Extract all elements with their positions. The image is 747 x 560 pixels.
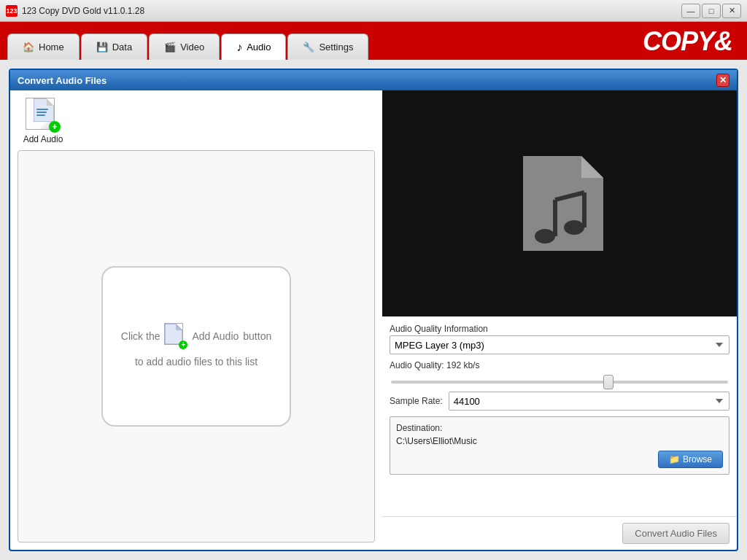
svg-marker-6 bbox=[176, 324, 182, 330]
tab-home[interactable]: 🏠 Home bbox=[7, 34, 80, 60]
audio-quality-section: Audio Quality Information MPEG Layer 3 (… bbox=[390, 324, 729, 354]
dropzone-text2: button bbox=[243, 328, 271, 344]
tab-settings-label: Settings bbox=[319, 42, 353, 52]
app-icon: 123 bbox=[6, 5, 18, 17]
content-area: Convert Audio Files ✕ bbox=[0, 60, 747, 560]
add-audio-label: Add Audio bbox=[23, 134, 63, 144]
main-window: 🏠 Home 💾 Data 🎬 Video ♪ Audio 🔧 Settings… bbox=[0, 22, 747, 560]
home-icon: 🏠 bbox=[23, 42, 34, 52]
svg-marker-8 bbox=[581, 156, 603, 178]
right-panel: Audio Quality Information MPEG Layer 3 (… bbox=[382, 90, 737, 550]
quality-slider[interactable] bbox=[391, 381, 728, 384]
tab-video[interactable]: 🎬 Video bbox=[149, 34, 220, 60]
svg-marker-1 bbox=[47, 98, 54, 106]
sample-rate-row: Sample Rate: 44100 22050 11025 8000 bbox=[390, 392, 729, 411]
convert-button[interactable]: Convert Audio Files bbox=[622, 523, 729, 544]
drop-zone-inner: Click the + bbox=[101, 266, 291, 427]
dialog-close-button[interactable]: ✕ bbox=[716, 74, 729, 87]
tab-data[interactable]: 💾 Data bbox=[81, 34, 147, 60]
dropzone-add-icon: + bbox=[164, 323, 187, 349]
tab-settings[interactable]: 🔧 Settings bbox=[287, 34, 368, 60]
navbar: 🏠 Home 💾 Data 🎬 Video ♪ Audio 🔧 Settings… bbox=[0, 22, 747, 60]
left-panel: + Add Audio Click the bbox=[10, 90, 382, 550]
destination-label: Destination: bbox=[396, 423, 723, 433]
tab-home-label: Home bbox=[39, 42, 64, 52]
add-audio-button[interactable]: + bbox=[26, 98, 61, 133]
dropzone-text3: to add audio files to this list bbox=[135, 354, 258, 370]
music-preview-icon bbox=[516, 156, 603, 251]
drop-zone: Click the + bbox=[18, 150, 375, 542]
dropzone-add-label: Add Audio bbox=[192, 328, 239, 344]
add-plus-badge: + bbox=[49, 121, 61, 133]
tab-data-label: Data bbox=[112, 42, 132, 52]
format-select[interactable]: MPEG Layer 3 (mp3) WAV AAC OGG bbox=[390, 335, 729, 354]
dialog-title: Convert Audio Files bbox=[18, 75, 107, 86]
preview-area bbox=[382, 90, 737, 316]
brand-logo: COPY& bbox=[643, 26, 732, 60]
destination-row: 📁 Browse bbox=[396, 451, 723, 468]
destination-path: C:\Users\Elliot\Music bbox=[396, 436, 723, 446]
slider-container bbox=[390, 375, 729, 386]
small-plus-badge: + bbox=[179, 341, 187, 349]
add-audio-area: + Add Audio bbox=[18, 98, 69, 144]
tab-video-label: Video bbox=[180, 42, 204, 52]
settings-icon: 🔧 bbox=[303, 42, 314, 52]
sample-rate-label: Sample Rate: bbox=[390, 396, 443, 406]
svg-rect-3 bbox=[36, 112, 47, 113]
controls-area: Audio Quality Information MPEG Layer 3 (… bbox=[382, 316, 737, 516]
music-icon-svg bbox=[516, 156, 611, 258]
sample-rate-select[interactable]: 44100 22050 11025 8000 bbox=[449, 392, 729, 411]
file-icon-svg bbox=[34, 98, 54, 122]
audio-quality-label: Audio Quality Information bbox=[390, 324, 729, 334]
video-icon: 🎬 bbox=[164, 42, 176, 52]
dialog-body: + Add Audio Click the bbox=[10, 90, 737, 550]
dropzone-text1: Click the bbox=[121, 328, 160, 344]
convert-section: Convert Audio Files bbox=[382, 516, 737, 550]
audio-icon: ♪ bbox=[236, 41, 242, 54]
tab-audio-label: Audio bbox=[247, 42, 271, 52]
svg-point-9 bbox=[535, 229, 555, 244]
destination-section: Destination: C:\Users\Elliot\Music 📁 Bro… bbox=[390, 416, 729, 475]
browse-button[interactable]: 📁 Browse bbox=[658, 451, 723, 468]
data-icon: 💾 bbox=[96, 42, 108, 52]
minimize-button[interactable]: — bbox=[681, 4, 700, 18]
quality-row: Audio Quality: 192 kb/s bbox=[390, 360, 729, 386]
folder-icon: 📁 bbox=[669, 454, 680, 464]
dialog-title-bar: Convert Audio Files ✕ bbox=[10, 70, 737, 90]
window-title: 123 Copy DVD Gold v11.0.1.28 bbox=[22, 6, 144, 16]
dropzone-row1: Click the + bbox=[121, 323, 271, 349]
dialog: Convert Audio Files ✕ bbox=[9, 69, 738, 551]
tab-audio[interactable]: ♪ Audio bbox=[221, 34, 286, 60]
window-controls: — □ ✕ bbox=[681, 4, 741, 18]
svg-rect-4 bbox=[36, 114, 45, 116]
close-button[interactable]: ✕ bbox=[722, 4, 741, 18]
maximize-button[interactable]: □ bbox=[702, 4, 721, 18]
svg-rect-2 bbox=[36, 109, 48, 110]
quality-value-label: Audio Quality: 192 kb/s bbox=[390, 360, 729, 370]
title-bar: 123 123 Copy DVD Gold v11.0.1.28 — □ ✕ bbox=[0, 0, 747, 22]
browse-label: Browse bbox=[683, 454, 712, 464]
svg-point-10 bbox=[564, 220, 584, 235]
